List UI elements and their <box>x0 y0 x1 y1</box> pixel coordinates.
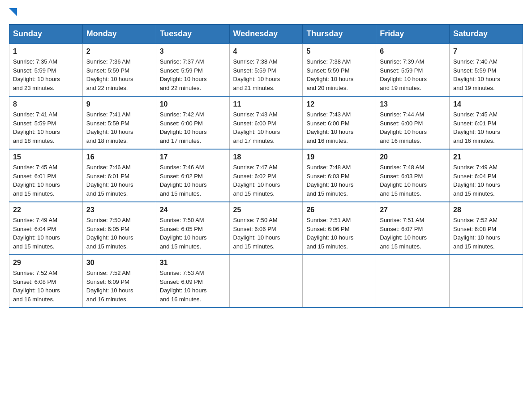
calendar-cell: 24 Sunrise: 7:50 AM Sunset: 6:05 PM Dayl… <box>156 202 229 255</box>
calendar-cell: 3 Sunrise: 7:37 AM Sunset: 5:59 PM Dayli… <box>156 43 229 96</box>
day-number: 20 <box>380 153 446 161</box>
day-info: Sunrise: 7:51 AM Sunset: 6:07 PM Dayligh… <box>380 216 446 251</box>
calendar-cell: 10 Sunrise: 7:42 AM Sunset: 6:00 PM Dayl… <box>156 96 229 149</box>
calendar-week-5: 29 Sunrise: 7:52 AM Sunset: 6:08 PM Dayl… <box>9 255 523 308</box>
day-info: Sunrise: 7:50 AM Sunset: 6:05 PM Dayligh… <box>160 216 226 251</box>
day-number: 3 <box>160 47 226 56</box>
day-info: Sunrise: 7:48 AM Sunset: 6:03 PM Dayligh… <box>380 163 446 198</box>
day-info: Sunrise: 7:46 AM Sunset: 6:02 PM Dayligh… <box>160 163 226 198</box>
calendar-cell: 7 Sunrise: 7:40 AM Sunset: 5:59 PM Dayli… <box>450 43 523 96</box>
day-number: 1 <box>13 47 79 56</box>
day-number: 9 <box>86 100 152 108</box>
logo-arrow-icon <box>9 8 17 16</box>
calendar-cell: 22 Sunrise: 7:49 AM Sunset: 6:04 PM Dayl… <box>9 202 83 255</box>
day-number: 30 <box>86 259 152 267</box>
calendar-cell: 23 Sunrise: 7:50 AM Sunset: 6:05 PM Dayl… <box>82 202 156 255</box>
day-info: Sunrise: 7:50 AM Sunset: 6:05 PM Dayligh… <box>86 216 152 251</box>
day-number: 23 <box>86 206 152 214</box>
day-info: Sunrise: 7:49 AM Sunset: 6:04 PM Dayligh… <box>453 163 519 198</box>
calendar-cell: 19 Sunrise: 7:48 AM Sunset: 6:03 PM Dayl… <box>303 149 376 202</box>
calendar-cell: 14 Sunrise: 7:45 AM Sunset: 6:01 PM Dayl… <box>450 96 523 149</box>
logo <box>9 9 17 15</box>
calendar-cell: 25 Sunrise: 7:50 AM Sunset: 6:06 PM Dayl… <box>229 202 303 255</box>
day-number: 5 <box>306 47 372 56</box>
day-number: 28 <box>453 206 519 214</box>
day-info: Sunrise: 7:36 AM Sunset: 5:59 PM Dayligh… <box>86 57 152 92</box>
calendar-week-2: 8 Sunrise: 7:41 AM Sunset: 5:59 PM Dayli… <box>9 96 523 149</box>
day-info: Sunrise: 7:41 AM Sunset: 5:59 PM Dayligh… <box>13 110 79 145</box>
day-number: 7 <box>453 47 519 56</box>
day-number: 21 <box>453 153 519 161</box>
day-number: 24 <box>160 206 226 214</box>
calendar-cell <box>450 255 523 308</box>
calendar-cell: 20 Sunrise: 7:48 AM Sunset: 6:03 PM Dayl… <box>376 149 450 202</box>
day-info: Sunrise: 7:39 AM Sunset: 5:59 PM Dayligh… <box>380 57 446 92</box>
day-info: Sunrise: 7:35 AM Sunset: 5:59 PM Dayligh… <box>13 57 79 92</box>
day-info: Sunrise: 7:37 AM Sunset: 5:59 PM Dayligh… <box>160 57 226 92</box>
day-number: 12 <box>306 100 372 108</box>
weekday-header-wednesday: Wednesday <box>229 25 303 44</box>
day-info: Sunrise: 7:52 AM Sunset: 6:08 PM Dayligh… <box>453 216 519 251</box>
day-info: Sunrise: 7:49 AM Sunset: 6:04 PM Dayligh… <box>13 216 79 251</box>
calendar-cell: 1 Sunrise: 7:35 AM Sunset: 5:59 PM Dayli… <box>9 43 83 96</box>
calendar-cell: 29 Sunrise: 7:52 AM Sunset: 6:08 PM Dayl… <box>9 255 83 308</box>
day-number: 27 <box>380 206 446 214</box>
calendar-cell: 6 Sunrise: 7:39 AM Sunset: 5:59 PM Dayli… <box>376 43 450 96</box>
day-info: Sunrise: 7:48 AM Sunset: 6:03 PM Dayligh… <box>306 163 372 198</box>
day-number: 18 <box>233 153 299 161</box>
calendar-cell: 30 Sunrise: 7:52 AM Sunset: 6:09 PM Dayl… <box>82 255 156 308</box>
calendar-cell: 2 Sunrise: 7:36 AM Sunset: 5:59 PM Dayli… <box>82 43 156 96</box>
weekday-header-thursday: Thursday <box>303 25 376 44</box>
calendar-cell <box>303 255 376 308</box>
calendar-header-row: SundayMondayTuesdayWednesdayThursdayFrid… <box>9 25 523 44</box>
day-number: 2 <box>86 47 152 56</box>
weekday-header-sunday: Sunday <box>9 25 83 44</box>
calendar-cell: 16 Sunrise: 7:46 AM Sunset: 6:01 PM Dayl… <box>82 149 156 202</box>
day-number: 15 <box>13 153 79 161</box>
day-number: 4 <box>233 47 299 56</box>
day-info: Sunrise: 7:47 AM Sunset: 6:02 PM Dayligh… <box>233 163 299 198</box>
day-info: Sunrise: 7:43 AM Sunset: 6:00 PM Dayligh… <box>306 110 372 145</box>
day-info: Sunrise: 7:46 AM Sunset: 6:01 PM Dayligh… <box>86 163 152 198</box>
calendar-cell: 26 Sunrise: 7:51 AM Sunset: 6:06 PM Dayl… <box>303 202 376 255</box>
calendar-week-1: 1 Sunrise: 7:35 AM Sunset: 5:59 PM Dayli… <box>9 43 523 96</box>
day-info: Sunrise: 7:42 AM Sunset: 6:00 PM Dayligh… <box>160 110 226 145</box>
day-info: Sunrise: 7:43 AM Sunset: 6:00 PM Dayligh… <box>233 110 299 145</box>
calendar-cell <box>376 255 450 308</box>
day-info: Sunrise: 7:38 AM Sunset: 5:59 PM Dayligh… <box>233 57 299 92</box>
day-info: Sunrise: 7:40 AM Sunset: 5:59 PM Dayligh… <box>453 57 519 92</box>
day-number: 16 <box>86 153 152 161</box>
day-number: 19 <box>306 153 372 161</box>
calendar-week-3: 15 Sunrise: 7:45 AM Sunset: 6:01 PM Dayl… <box>9 149 523 202</box>
calendar-cell: 15 Sunrise: 7:45 AM Sunset: 6:01 PM Dayl… <box>9 149 83 202</box>
calendar-cell: 17 Sunrise: 7:46 AM Sunset: 6:02 PM Dayl… <box>156 149 229 202</box>
day-number: 14 <box>453 100 519 108</box>
day-info: Sunrise: 7:45 AM Sunset: 6:01 PM Dayligh… <box>13 163 79 198</box>
day-info: Sunrise: 7:53 AM Sunset: 6:09 PM Dayligh… <box>160 269 226 304</box>
calendar-table: SundayMondayTuesdayWednesdayThursdayFrid… <box>9 24 523 308</box>
calendar-cell: 18 Sunrise: 7:47 AM Sunset: 6:02 PM Dayl… <box>229 149 303 202</box>
day-number: 13 <box>380 100 446 108</box>
day-number: 17 <box>160 153 226 161</box>
calendar-cell: 28 Sunrise: 7:52 AM Sunset: 6:08 PM Dayl… <box>450 202 523 255</box>
calendar-cell: 8 Sunrise: 7:41 AM Sunset: 5:59 PM Dayli… <box>9 96 83 149</box>
day-info: Sunrise: 7:51 AM Sunset: 6:06 PM Dayligh… <box>306 216 372 251</box>
day-info: Sunrise: 7:50 AM Sunset: 6:06 PM Dayligh… <box>233 216 299 251</box>
calendar-cell: 11 Sunrise: 7:43 AM Sunset: 6:00 PM Dayl… <box>229 96 303 149</box>
calendar-cell: 9 Sunrise: 7:41 AM Sunset: 5:59 PM Dayli… <box>82 96 156 149</box>
day-info: Sunrise: 7:41 AM Sunset: 5:59 PM Dayligh… <box>86 110 152 145</box>
calendar-cell: 31 Sunrise: 7:53 AM Sunset: 6:09 PM Dayl… <box>156 255 229 308</box>
day-number: 29 <box>13 259 79 267</box>
calendar-cell: 5 Sunrise: 7:38 AM Sunset: 5:59 PM Dayli… <box>303 43 376 96</box>
calendar-cell: 21 Sunrise: 7:49 AM Sunset: 6:04 PM Dayl… <box>450 149 523 202</box>
calendar-cell <box>229 255 303 308</box>
weekday-header-friday: Friday <box>376 25 450 44</box>
day-number: 8 <box>13 100 79 108</box>
weekday-header-monday: Monday <box>82 25 156 44</box>
day-info: Sunrise: 7:52 AM Sunset: 6:08 PM Dayligh… <box>13 269 79 304</box>
day-number: 10 <box>160 100 226 108</box>
day-info: Sunrise: 7:38 AM Sunset: 5:59 PM Dayligh… <box>306 57 372 92</box>
calendar-cell: 12 Sunrise: 7:43 AM Sunset: 6:00 PM Dayl… <box>303 96 376 149</box>
day-number: 31 <box>160 259 226 267</box>
page-header <box>9 9 523 15</box>
